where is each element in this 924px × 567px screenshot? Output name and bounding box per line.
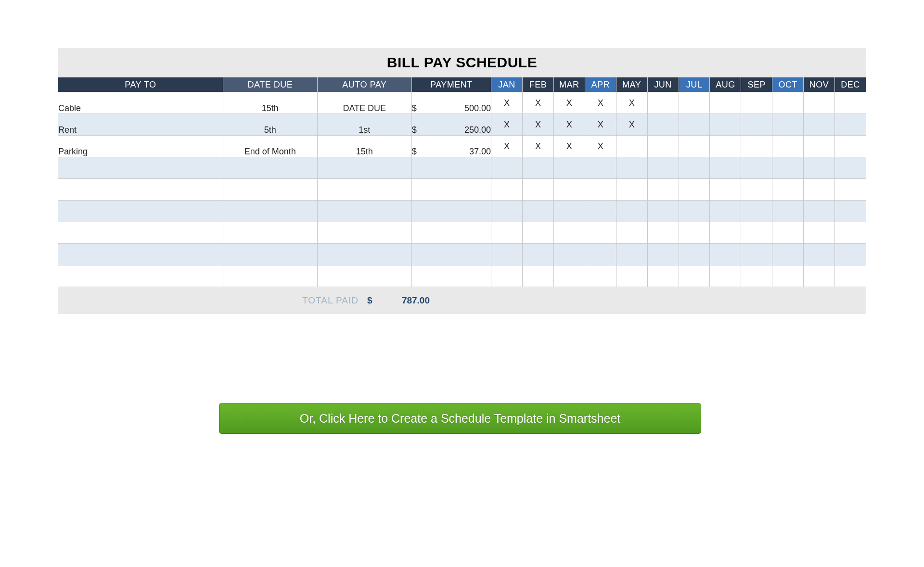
cell-month-mark[interactable]: X <box>523 114 554 136</box>
cell-payment[interactable] <box>411 265 491 287</box>
cell-month-mark[interactable]: X <box>616 114 647 136</box>
cell-month-mark[interactable] <box>835 222 866 244</box>
cell-month-mark[interactable] <box>491 179 523 201</box>
cell-month-mark[interactable] <box>553 157 585 179</box>
cell-month-mark[interactable] <box>585 157 616 179</box>
cell-month-mark[interactable] <box>804 265 835 287</box>
cell-month-mark[interactable] <box>804 244 835 265</box>
cell-pay-to[interactable] <box>58 157 223 179</box>
cell-auto-pay[interactable]: 15th <box>317 136 411 157</box>
cell-month-mark[interactable] <box>772 265 804 287</box>
cell-auto-pay[interactable] <box>317 265 411 287</box>
cell-month-mark[interactable] <box>772 114 804 136</box>
cell-month-mark[interactable] <box>616 136 647 157</box>
cell-month-mark[interactable] <box>710 114 741 136</box>
cell-month-mark[interactable]: X <box>523 92 554 114</box>
cell-month-mark[interactable] <box>523 179 554 201</box>
cell-auto-pay[interactable] <box>317 157 411 179</box>
cell-pay-to[interactable]: Parking <box>58 136 223 157</box>
cell-month-mark[interactable] <box>679 265 710 287</box>
cell-auto-pay[interactable] <box>317 201 411 222</box>
cell-month-mark[interactable] <box>585 265 616 287</box>
cell-month-mark[interactable] <box>710 157 741 179</box>
cell-month-mark[interactable] <box>710 136 741 157</box>
cell-month-mark[interactable] <box>523 244 554 265</box>
cell-month-mark[interactable] <box>491 157 523 179</box>
cell-month-mark[interactable] <box>710 244 741 265</box>
cell-month-mark[interactable] <box>647 265 679 287</box>
cell-month-mark[interactable] <box>772 157 804 179</box>
cell-month-mark[interactable] <box>679 114 710 136</box>
cell-month-mark[interactable] <box>553 244 585 265</box>
cell-date-due[interactable]: End of Month <box>223 136 317 157</box>
cell-month-mark[interactable] <box>679 222 710 244</box>
cell-month-mark[interactable] <box>772 222 804 244</box>
cell-month-mark[interactable] <box>616 157 647 179</box>
cell-month-mark[interactable] <box>647 222 679 244</box>
cell-month-mark[interactable] <box>804 136 835 157</box>
cell-month-mark[interactable] <box>616 222 647 244</box>
cell-month-mark[interactable] <box>647 114 679 136</box>
cell-month-mark[interactable]: X <box>616 92 647 114</box>
cell-pay-to[interactable]: Cable <box>58 92 223 114</box>
cell-month-mark[interactable] <box>835 201 866 222</box>
cell-auto-pay[interactable] <box>317 179 411 201</box>
cell-auto-pay[interactable] <box>317 244 411 265</box>
cell-month-mark[interactable] <box>523 157 554 179</box>
cell-pay-to[interactable] <box>58 201 223 222</box>
cell-date-due[interactable] <box>223 179 317 201</box>
cell-month-mark[interactable] <box>772 179 804 201</box>
cell-month-mark[interactable] <box>679 244 710 265</box>
cell-month-mark[interactable] <box>741 92 772 114</box>
cell-month-mark[interactable] <box>491 201 523 222</box>
cell-month-mark[interactable]: X <box>491 136 523 157</box>
cell-month-mark[interactable] <box>491 222 523 244</box>
cell-month-mark[interactable] <box>835 244 866 265</box>
cell-pay-to[interactable] <box>58 265 223 287</box>
cell-month-mark[interactable] <box>647 201 679 222</box>
cell-month-mark[interactable] <box>835 179 866 201</box>
cell-month-mark[interactable] <box>741 201 772 222</box>
smartsheet-cta-button[interactable]: Or, Click Here to Create a Schedule Temp… <box>219 403 701 434</box>
cell-auto-pay[interactable] <box>317 222 411 244</box>
cell-month-mark[interactable] <box>835 136 866 157</box>
cell-month-mark[interactable] <box>804 179 835 201</box>
cell-payment[interactable] <box>411 157 491 179</box>
cell-month-mark[interactable] <box>523 265 554 287</box>
cell-month-mark[interactable] <box>585 244 616 265</box>
cell-payment[interactable]: $250.00 <box>411 114 491 136</box>
cell-month-mark[interactable] <box>647 244 679 265</box>
cell-month-mark[interactable] <box>491 265 523 287</box>
cell-date-due[interactable]: 15th <box>223 92 317 114</box>
cell-month-mark[interactable] <box>772 92 804 114</box>
cell-month-mark[interactable] <box>679 179 710 201</box>
cell-month-mark[interactable] <box>804 222 835 244</box>
cell-date-due[interactable] <box>223 222 317 244</box>
cell-month-mark[interactable] <box>679 136 710 157</box>
cell-month-mark[interactable] <box>772 136 804 157</box>
cell-month-mark[interactable]: X <box>585 136 616 157</box>
cell-month-mark[interactable] <box>741 136 772 157</box>
cell-month-mark[interactable] <box>804 114 835 136</box>
cell-month-mark[interactable] <box>553 179 585 201</box>
cell-date-due[interactable]: 5th <box>223 114 317 136</box>
cell-month-mark[interactable] <box>710 179 741 201</box>
cell-month-mark[interactable] <box>741 265 772 287</box>
cell-month-mark[interactable] <box>616 179 647 201</box>
cell-month-mark[interactable] <box>585 179 616 201</box>
cell-month-mark[interactable] <box>616 201 647 222</box>
cell-month-mark[interactable] <box>710 201 741 222</box>
cell-month-mark[interactable]: X <box>553 92 585 114</box>
cell-payment[interactable]: $500.00 <box>411 92 491 114</box>
cell-month-mark[interactable] <box>741 244 772 265</box>
cell-payment[interactable]: $37.00 <box>411 136 491 157</box>
cell-month-mark[interactable]: X <box>553 136 585 157</box>
cell-pay-to[interactable] <box>58 222 223 244</box>
cell-month-mark[interactable] <box>741 222 772 244</box>
cell-month-mark[interactable] <box>553 265 585 287</box>
cell-month-mark[interactable] <box>710 222 741 244</box>
cell-payment[interactable] <box>411 222 491 244</box>
cell-month-mark[interactable]: X <box>585 114 616 136</box>
cell-month-mark[interactable] <box>647 136 679 157</box>
cell-pay-to[interactable]: Rent <box>58 114 223 136</box>
